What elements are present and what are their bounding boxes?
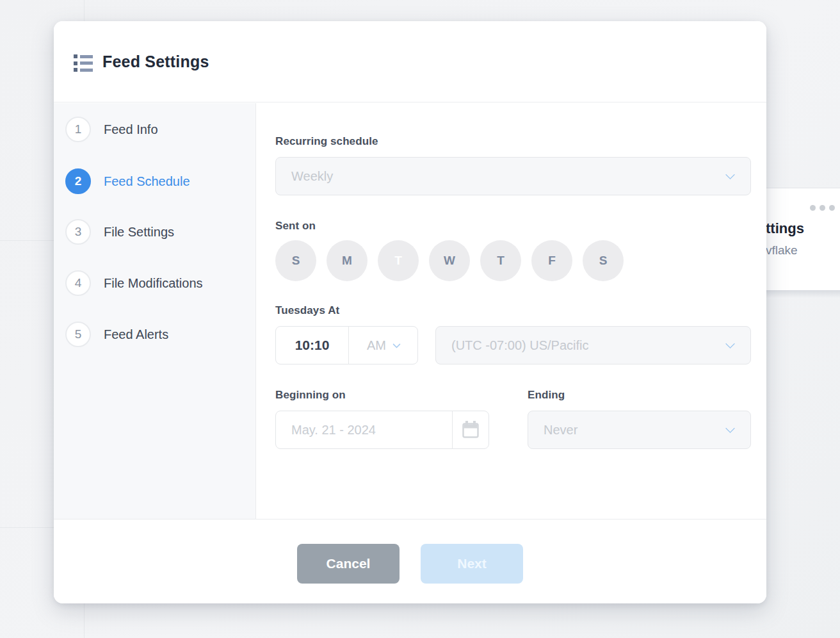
step-label: Feed Alerts: [104, 327, 168, 342]
step-label: Feed Info: [104, 122, 158, 137]
day-thursday[interactable]: T: [480, 240, 521, 281]
step-label: File Modifications: [104, 276, 203, 291]
ending-value: Never: [544, 423, 578, 438]
beginning-date-input[interactable]: May. 21 - 2024: [275, 411, 489, 449]
modal-header: Feed Settings: [54, 21, 766, 102]
day-monday[interactable]: M: [327, 240, 368, 281]
beginning-on-label: Beginning on: [275, 389, 346, 402]
time-value-field[interactable]: 10:10: [276, 327, 349, 364]
step-number: 1: [65, 117, 91, 142]
step-feed-schedule[interactable]: 2 Feed Schedule: [65, 168, 190, 194]
time-label: Tuesdays At: [275, 304, 339, 317]
day-sunday[interactable]: S: [275, 240, 316, 281]
chevron-down-icon: [725, 339, 736, 349]
list-icon: [74, 54, 93, 72]
beginning-date-value: May. 21 - 2024: [276, 411, 452, 448]
timezone-select[interactable]: (UTC -07:00) US/Pacific: [435, 326, 751, 364]
step-number: 4: [65, 270, 91, 296]
step-number: 2: [65, 168, 91, 194]
modal-footer: Cancel Next: [54, 519, 766, 603]
background-card-subtitle-fragment: vflake: [766, 243, 798, 258]
step-label: Feed Schedule: [104, 174, 190, 189]
recurring-schedule-label: Recurring schedule: [275, 135, 378, 148]
ellipsis-icon: [810, 205, 835, 211]
meridiem-select[interactable]: AM: [349, 327, 417, 364]
step-number: 3: [65, 219, 91, 245]
chevron-down-icon: [392, 340, 401, 348]
day-saturday[interactable]: S: [583, 240, 624, 281]
modal-title: Feed Settings: [102, 53, 209, 71]
ending-select[interactable]: Never: [528, 411, 751, 449]
ending-label: Ending: [528, 389, 565, 402]
background-card-shadow: [766, 290, 840, 298]
chevron-down-icon: [725, 170, 736, 180]
step-label: File Settings: [104, 225, 174, 240]
feed-settings-modal: Feed Settings 1 Feed Info 2 Feed Schedul…: [54, 21, 766, 603]
calendar-icon: [462, 421, 479, 439]
day-picker: S M T W T F S: [275, 240, 624, 281]
wizard-steps-sidebar: 1 Feed Info 2 Feed Schedule 3 File Setti…: [54, 103, 256, 519]
step-feed-alerts[interactable]: 5 Feed Alerts: [65, 322, 168, 347]
recurring-schedule-value: Weekly: [291, 169, 333, 184]
day-friday[interactable]: F: [531, 240, 572, 281]
timezone-value: (UTC -07:00) US/Pacific: [451, 338, 589, 353]
step-feed-info[interactable]: 1 Feed Info: [65, 117, 158, 142]
meridiem-value: AM: [367, 338, 386, 353]
step-file-modifications[interactable]: 4 File Modifications: [65, 270, 203, 296]
background-feed-card: ttings vflake: [766, 188, 840, 290]
sent-on-label: Sent on: [275, 220, 316, 233]
calendar-button[interactable]: [452, 411, 489, 448]
next-button[interactable]: Next: [421, 544, 523, 584]
background-card-title-fragment: ttings: [766, 220, 804, 237]
day-wednesday[interactable]: W: [429, 240, 470, 281]
cancel-button[interactable]: Cancel: [297, 544, 400, 584]
time-input: 10:10 AM: [275, 326, 418, 364]
step-number: 5: [65, 322, 91, 347]
day-tuesday[interactable]: T: [378, 240, 419, 281]
recurring-schedule-select[interactable]: Weekly: [275, 157, 751, 195]
step-file-settings[interactable]: 3 File Settings: [65, 219, 174, 245]
chevron-down-icon: [725, 423, 736, 434]
